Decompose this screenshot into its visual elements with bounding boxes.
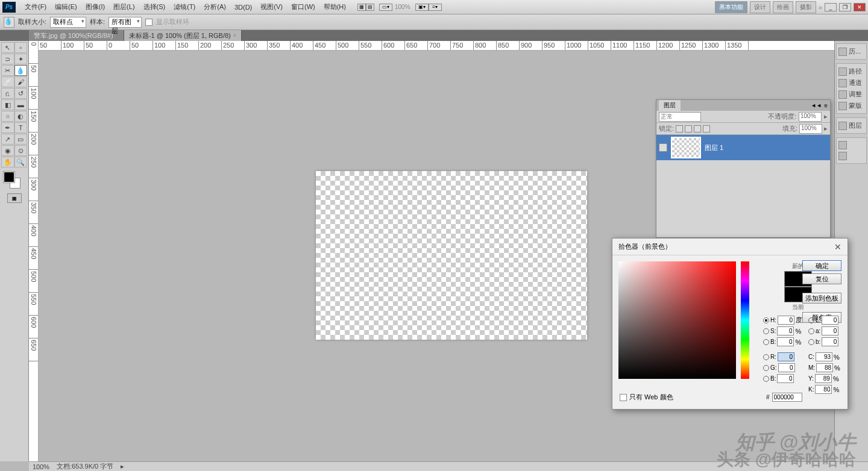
workspace-painting[interactable]: 绘画 — [773, 1, 793, 13]
fill-input[interactable]: 100% — [799, 124, 822, 134]
layer-row[interactable]: 图层 1 — [656, 135, 830, 160]
menu-select[interactable]: 选择(S) — [139, 1, 170, 13]
close-tab-icon[interactable]: × — [233, 33, 236, 39]
eraser-tool[interactable]: ◧ — [1, 99, 14, 110]
sample-size-select[interactable]: 取样点 — [50, 17, 86, 28]
panel-collapse-icon[interactable]: ◄◄ — [811, 102, 822, 108]
add-swatch-button[interactable]: 添加到色板 — [802, 293, 841, 304]
path-select-tool[interactable]: ↗ — [1, 134, 14, 145]
b2-input[interactable] — [777, 374, 794, 383]
s-input[interactable] — [777, 326, 794, 335]
hue-slider[interactable] — [741, 261, 749, 379]
blend-mode-select[interactable]: 正常 — [659, 112, 701, 122]
zoom-tool[interactable]: 🔍 — [14, 157, 28, 167]
launch-bridge-icon[interactable]: ▦ — [357, 4, 366, 11]
opacity-arrow-icon[interactable]: ▸ — [824, 113, 828, 120]
h-input[interactable] — [778, 316, 794, 325]
eyedropper-tool[interactable]: 💧 — [14, 65, 28, 76]
dodge-tool[interactable]: ◐ — [14, 111, 28, 122]
b-radio[interactable] — [763, 339, 769, 345]
status-doc-size[interactable]: 文档:653.9K/0 字节 — [57, 462, 113, 471]
layers-tab[interactable]: 图层 — [659, 100, 681, 111]
heal-tool[interactable]: 🩹 — [1, 76, 14, 87]
s-radio[interactable] — [763, 328, 769, 334]
foreground-swatch[interactable] — [4, 172, 14, 182]
lock-transparent-icon[interactable] — [676, 125, 683, 133]
menu-image[interactable]: 图像(I) — [81, 1, 109, 13]
h-radio[interactable] — [763, 317, 769, 323]
arrange-docs-icon[interactable]: ≡▾ — [429, 4, 442, 11]
stamp-tool[interactable]: ⎌ — [1, 88, 14, 99]
r-input[interactable] — [778, 352, 794, 361]
lock-all-icon[interactable] — [703, 125, 710, 133]
status-zoom[interactable]: 100% — [33, 463, 49, 470]
lasso-tool[interactable]: ⊃ — [1, 54, 14, 64]
a-radio[interactable] — [808, 328, 814, 334]
workspace-essentials[interactable]: 基本功能 — [715, 1, 747, 13]
panel-menu-icon[interactable]: ≡ — [824, 102, 828, 109]
document-canvas[interactable] — [316, 171, 587, 340]
type-tool[interactable]: T — [14, 122, 28, 133]
g-input[interactable] — [778, 363, 795, 372]
quick-mask-button[interactable]: ◙ — [7, 193, 22, 203]
minimize-button[interactable]: _ — [825, 3, 837, 11]
marquee-tool[interactable]: ▫ — [14, 42, 28, 53]
3d-tool[interactable]: ◉ — [1, 145, 14, 156]
move-tool[interactable]: ↖ — [1, 42, 14, 53]
gradient-tool[interactable]: ▬ — [14, 99, 28, 110]
crop-tool[interactable]: ✂ — [1, 65, 14, 76]
ok-button[interactable]: 确定 — [802, 260, 841, 271]
dock-channels[interactable]: 通道 — [838, 77, 864, 89]
b2-radio[interactable] — [763, 376, 769, 382]
dock-paths[interactable]: 路径 — [838, 66, 864, 77]
screen-mode-icon[interactable]: ▣▾ — [415, 4, 429, 11]
y-input[interactable] — [815, 374, 832, 383]
blur-tool[interactable]: ○ — [1, 111, 14, 122]
picker-close-icon[interactable]: ✕ — [834, 242, 841, 252]
eyedropper-tool-icon[interactable]: 💧 — [4, 17, 14, 28]
menu-edit[interactable]: 编辑(E) — [51, 1, 81, 13]
brush-tool[interactable]: 🖌 — [14, 76, 28, 87]
c-input[interactable] — [816, 352, 832, 361]
layer-visibility-icon[interactable] — [659, 143, 667, 152]
lab-b-radio[interactable] — [808, 339, 814, 345]
dock-layers[interactable]: 图层 — [838, 120, 864, 131]
dock-adjustments[interactable]: 调整 — [838, 89, 864, 100]
m-input[interactable] — [816, 363, 833, 372]
menu-layer[interactable]: 图层(L) — [109, 1, 139, 13]
lock-position-icon[interactable] — [694, 125, 701, 133]
fill-arrow-icon[interactable]: ▸ — [824, 125, 828, 133]
close-button[interactable]: ✕ — [854, 3, 866, 11]
quick-select-tool[interactable]: ✦ — [14, 54, 28, 64]
dock-tool2[interactable] — [838, 151, 864, 161]
shape-tool[interactable]: ▭ — [14, 134, 28, 145]
b-input[interactable] — [777, 337, 794, 346]
sample-layers-select[interactable]: 所有图层 — [108, 17, 142, 28]
workspace-photo[interactable]: 摄影 — [796, 1, 816, 13]
3d-camera-tool[interactable]: ⊙ — [14, 145, 28, 156]
l-radio[interactable] — [808, 317, 814, 323]
g-radio[interactable] — [763, 365, 769, 371]
menu-analysis[interactable]: 分析(A) — [200, 1, 230, 13]
hand-tool[interactable]: ✋ — [1, 157, 14, 167]
dock-history[interactable]: 历... — [838, 46, 864, 57]
menu-help[interactable]: 帮助(H) — [319, 1, 350, 13]
mini-bridge-icon[interactable]: ▤ — [366, 4, 374, 11]
workspace-design[interactable]: 设计 — [750, 1, 770, 13]
web-only-checkbox[interactable] — [620, 394, 627, 401]
layer-thumbnail[interactable] — [671, 137, 701, 158]
menu-window[interactable]: 窗口(W) — [287, 1, 319, 13]
l-input[interactable] — [822, 316, 838, 325]
dock-masks[interactable]: 蒙版 — [838, 100, 864, 111]
lab-b-input[interactable] — [822, 337, 838, 346]
doc-tab-2[interactable]: 未标题-1 @ 100% (图层 1, RGB/8)× — [124, 30, 242, 41]
color-field[interactable] — [618, 261, 736, 379]
a-input[interactable] — [822, 326, 838, 335]
status-arrow-icon[interactable]: ▸ — [121, 463, 124, 470]
maximize-button[interactable]: ❐ — [839, 3, 851, 11]
k-input[interactable] — [815, 385, 832, 394]
menu-3d[interactable]: 3D(D) — [230, 2, 256, 13]
pen-tool[interactable]: ✒ — [1, 122, 14, 133]
menu-view[interactable]: 视图(V) — [256, 1, 287, 13]
lock-pixels-icon[interactable] — [685, 125, 692, 133]
